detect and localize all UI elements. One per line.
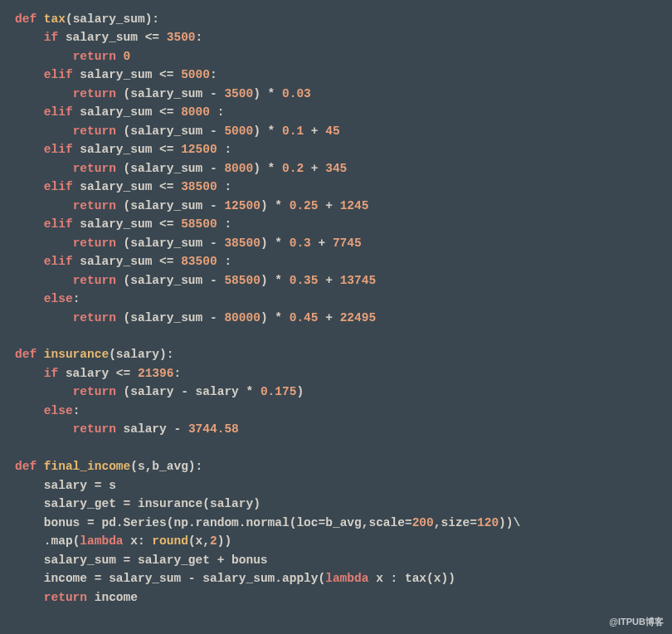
keyword-lambda: lambda [80,534,123,548]
keyword-else: else [44,292,73,305]
keyword-def: def [15,12,37,26]
keyword-elif: elif [44,68,73,81]
function-name-final-income: final_income [44,460,130,473]
param: salary_sum [73,12,145,26]
watermark: @ITPUB博客 [609,615,664,629]
code-block: def tax(salary_sum): if salary_sum <= 35… [0,0,672,617]
function-name-tax: tax [44,12,66,26]
keyword-return: return [73,50,116,63]
function-name-insurance: insurance [44,348,109,361]
keyword-if: if [44,31,58,44]
